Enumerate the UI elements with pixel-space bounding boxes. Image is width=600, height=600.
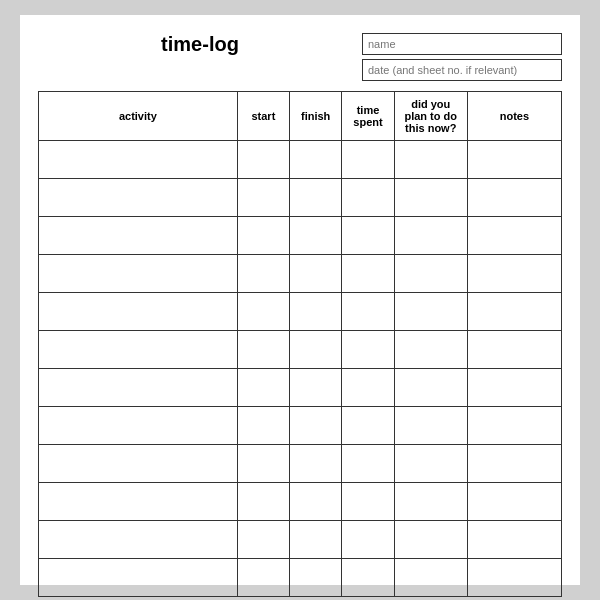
table-cell[interactable] [39, 445, 238, 483]
header-finish: finish [290, 92, 342, 141]
table-cell[interactable] [290, 521, 342, 559]
table-cell[interactable] [39, 369, 238, 407]
table-cell[interactable] [290, 293, 342, 331]
table-cell[interactable] [394, 483, 467, 521]
table-cell[interactable] [394, 141, 467, 179]
table-row [39, 331, 562, 369]
table-cell[interactable] [394, 445, 467, 483]
table-cell[interactable] [237, 369, 289, 407]
table-cell[interactable] [237, 407, 289, 445]
table-cell[interactable] [394, 331, 467, 369]
table-cell[interactable] [290, 445, 342, 483]
table-row [39, 293, 562, 331]
table-cell[interactable] [467, 521, 561, 559]
table-cell[interactable] [394, 179, 467, 217]
table-cell[interactable] [342, 407, 394, 445]
table-cell[interactable] [290, 407, 342, 445]
table-cell[interactable] [237, 217, 289, 255]
table-cell[interactable] [467, 293, 561, 331]
table-row [39, 483, 562, 521]
table-cell[interactable] [467, 141, 561, 179]
table-cell[interactable] [237, 559, 289, 597]
table-cell[interactable] [237, 141, 289, 179]
table-cell[interactable] [237, 483, 289, 521]
table-cell[interactable] [342, 445, 394, 483]
table-cell[interactable] [467, 483, 561, 521]
name-input[interactable] [362, 33, 562, 55]
table-cell[interactable] [39, 483, 238, 521]
table-row [39, 217, 562, 255]
table-cell[interactable] [394, 559, 467, 597]
table-row [39, 521, 562, 559]
table-cell[interactable] [467, 331, 561, 369]
table-cell[interactable] [290, 483, 342, 521]
table-cell[interactable] [237, 179, 289, 217]
table-cell[interactable] [290, 331, 342, 369]
table-cell[interactable] [394, 217, 467, 255]
table-cell[interactable] [394, 369, 467, 407]
table-cell[interactable] [39, 217, 238, 255]
table-cell[interactable] [39, 255, 238, 293]
page-title: time-log [161, 33, 239, 56]
table-cell[interactable] [467, 217, 561, 255]
table-cell[interactable] [290, 179, 342, 217]
table-row [39, 407, 562, 445]
table-cell[interactable] [342, 369, 394, 407]
table-cell[interactable] [394, 255, 467, 293]
table-cell[interactable] [467, 407, 561, 445]
table-cell[interactable] [237, 255, 289, 293]
table-cell[interactable] [39, 179, 238, 217]
table-cell[interactable] [39, 331, 238, 369]
table-row [39, 369, 562, 407]
header-area: time-log [38, 33, 562, 81]
table-cell[interactable] [290, 141, 342, 179]
time-log-table: activity start finish time spent did you… [38, 91, 562, 597]
table-row [39, 141, 562, 179]
table-cell[interactable] [39, 559, 238, 597]
table-cell[interactable] [290, 369, 342, 407]
header-start: start [237, 92, 289, 141]
title-section: time-log [38, 33, 362, 56]
table-cell[interactable] [342, 255, 394, 293]
table-row [39, 179, 562, 217]
table-cell[interactable] [394, 407, 467, 445]
header-time-spent: time spent [342, 92, 394, 141]
table-cell[interactable] [290, 255, 342, 293]
table-row [39, 445, 562, 483]
table-cell[interactable] [39, 521, 238, 559]
table-cell[interactable] [394, 521, 467, 559]
table-cell[interactable] [237, 331, 289, 369]
header-activity: activity [39, 92, 238, 141]
header-did-you: did you plan to do this now? [394, 92, 467, 141]
table-cell[interactable] [342, 141, 394, 179]
table-cell[interactable] [342, 483, 394, 521]
table-cell[interactable] [467, 445, 561, 483]
table-cell[interactable] [394, 293, 467, 331]
table-cell[interactable] [39, 407, 238, 445]
table-cell[interactable] [467, 369, 561, 407]
table-cell[interactable] [342, 293, 394, 331]
table-row [39, 255, 562, 293]
table-cell[interactable] [342, 559, 394, 597]
table-cell[interactable] [39, 293, 238, 331]
table-cell[interactable] [237, 293, 289, 331]
time-log-page: time-log activity start finish time spen… [20, 15, 580, 585]
table-cell[interactable] [290, 559, 342, 597]
table-cell[interactable] [237, 521, 289, 559]
date-input[interactable] [362, 59, 562, 81]
table-cell[interactable] [290, 217, 342, 255]
form-fields [362, 33, 562, 81]
header-notes: notes [467, 92, 561, 141]
table-cell[interactable] [342, 217, 394, 255]
table-row [39, 559, 562, 597]
table-cell[interactable] [39, 141, 238, 179]
table-cell[interactable] [342, 331, 394, 369]
table-header-row: activity start finish time spent did you… [39, 92, 562, 141]
table-cell[interactable] [467, 179, 561, 217]
table-cell[interactable] [467, 559, 561, 597]
table-cell[interactable] [342, 521, 394, 559]
table-cell[interactable] [467, 255, 561, 293]
table-cell[interactable] [237, 445, 289, 483]
table-cell[interactable] [342, 179, 394, 217]
